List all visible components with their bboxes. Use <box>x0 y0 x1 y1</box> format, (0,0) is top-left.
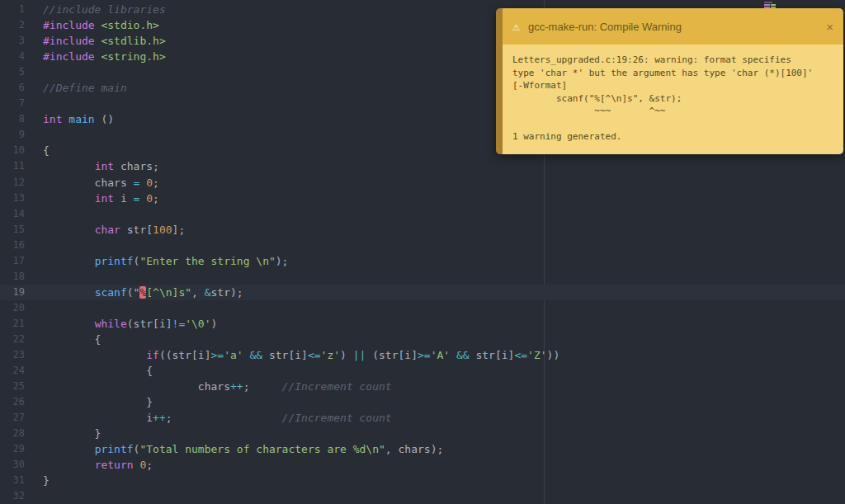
code-line[interactable]: 17 printf("Enter the string \n"); <box>0 253 845 269</box>
line-number: 32 <box>0 488 25 504</box>
close-icon[interactable]: × <box>826 20 833 34</box>
notification-message-line: 1 warning generated. <box>512 130 833 144</box>
line-number: 24 <box>0 363 25 379</box>
code-text: int i = 0; <box>25 191 845 206</box>
code-text: scanf("%[^\n]s", &str); <box>25 285 845 300</box>
code-line[interactable]: 32 <box>0 488 845 504</box>
line-number: 22 <box>0 332 25 347</box>
notification-message-line: type 'char *' but the argument has type … <box>512 67 833 80</box>
code-line[interactable]: 21 while(str[i]!='\0') <box>0 316 845 332</box>
line-number: 25 <box>0 379 25 394</box>
line-number: 11 <box>0 158 25 174</box>
line-number: 29 <box>0 441 25 457</box>
code-text: while(str[i]!='\0') <box>25 316 845 332</box>
line-number: 27 <box>0 410 25 426</box>
line-number: 21 <box>0 316 25 332</box>
code-text: { <box>25 332 845 347</box>
notification-message-line <box>512 118 833 131</box>
code-line[interactable]: 26 } <box>0 394 845 410</box>
line-number: 23 <box>0 347 25 363</box>
notification-message: Letters_upgraded.c:19:26: warning: forma… <box>503 45 843 154</box>
line-number: 20 <box>0 300 25 316</box>
line-number: 2 <box>0 17 25 33</box>
code-text: if((str[i]>='a' && str[i]<='z') || (str[… <box>25 347 845 363</box>
line-number: 14 <box>0 206 25 222</box>
code-text: } <box>25 394 845 410</box>
line-number: 12 <box>0 175 25 191</box>
code-text: { <box>25 363 845 379</box>
line-number: 16 <box>0 238 25 253</box>
code-line[interactable]: 18 <box>0 269 845 285</box>
code-line[interactable]: 16 <box>0 238 845 253</box>
notification-title: gcc-make-run: Compile Warning <box>528 21 818 33</box>
notification-message-line: scanf("%[^\n]s", &str); <box>512 92 833 106</box>
code-line[interactable]: 13 int i = 0; <box>0 191 845 206</box>
notification-message-line: Letters_upgraded.c:19:26: warning: forma… <box>512 54 833 67</box>
code-line[interactable]: 30 return 0; <box>0 457 845 473</box>
line-number: 19 <box>0 285 25 300</box>
line-number: 28 <box>0 426 25 441</box>
code-line[interactable]: 11 int chars; <box>0 158 845 174</box>
code-line[interactable]: 20 <box>0 300 845 316</box>
code-text: return 0; <box>25 457 845 473</box>
warning-icon: ⚠ <box>512 21 520 33</box>
code-text: printf("Enter the string \n"); <box>25 253 845 269</box>
code-text: i++; //Increment count <box>25 410 845 426</box>
line-number: 13 <box>0 191 25 206</box>
code-text: chars++; //Increment count <box>25 379 845 394</box>
line-number: 30 <box>0 457 25 473</box>
code-line[interactable]: 15 char str[100]; <box>0 222 845 238</box>
notification-message-line: ~~~ ^~~ <box>512 105 833 118</box>
line-number: 1 <box>0 2 25 17</box>
line-number: 17 <box>0 253 25 269</box>
code-text: } <box>25 473 845 488</box>
code-line[interactable]: 12 chars = 0; <box>0 175 845 191</box>
line-number: 9 <box>0 127 25 143</box>
code-text <box>25 300 845 316</box>
code-text: int chars; <box>25 158 845 174</box>
code-line[interactable]: 23 if((str[i]>='a' && str[i]<='z') || (s… <box>0 347 845 363</box>
line-number: 6 <box>0 80 25 96</box>
notification-header: ⚠ gcc-make-run: Compile Warning × <box>503 8 843 45</box>
line-number: 26 <box>0 394 25 410</box>
line-number: 8 <box>0 111 25 127</box>
code-text: chars = 0; <box>25 175 845 191</box>
line-number: 15 <box>0 222 25 238</box>
code-text: char str[100]; <box>25 222 845 238</box>
code-line[interactable]: 19 scanf("%[^\n]s", &str); <box>0 285 845 300</box>
line-number: 18 <box>0 269 25 285</box>
code-line[interactable]: 14 <box>0 206 845 222</box>
code-line[interactable]: 24 { <box>0 363 845 379</box>
code-text <box>25 488 845 504</box>
notification-message-line: [-Wformat] <box>512 79 833 92</box>
code-text <box>25 238 845 253</box>
line-number: 10 <box>0 143 25 158</box>
line-number: 7 <box>0 96 25 111</box>
code-line[interactable]: 27 i++; //Increment count <box>0 410 845 426</box>
code-line[interactable]: 29 printf("Total numbers of characters a… <box>0 441 845 457</box>
line-number: 4 <box>0 49 25 64</box>
line-number: 31 <box>0 473 25 488</box>
code-line[interactable]: 28 } <box>0 426 845 441</box>
code-text: printf("Total numbers of characters are … <box>25 441 845 457</box>
code-text: } <box>25 426 845 441</box>
compile-warning-notification: ⚠ gcc-make-run: Compile Warning × Letter… <box>496 8 843 154</box>
code-line[interactable]: 22 { <box>0 332 845 347</box>
code-line[interactable]: 31} <box>0 473 845 488</box>
line-number: 5 <box>0 64 25 80</box>
code-line[interactable]: 25 chars++; //Increment count <box>0 379 845 394</box>
code-text <box>25 269 845 285</box>
line-number: 3 <box>0 33 25 49</box>
code-text <box>25 206 845 222</box>
